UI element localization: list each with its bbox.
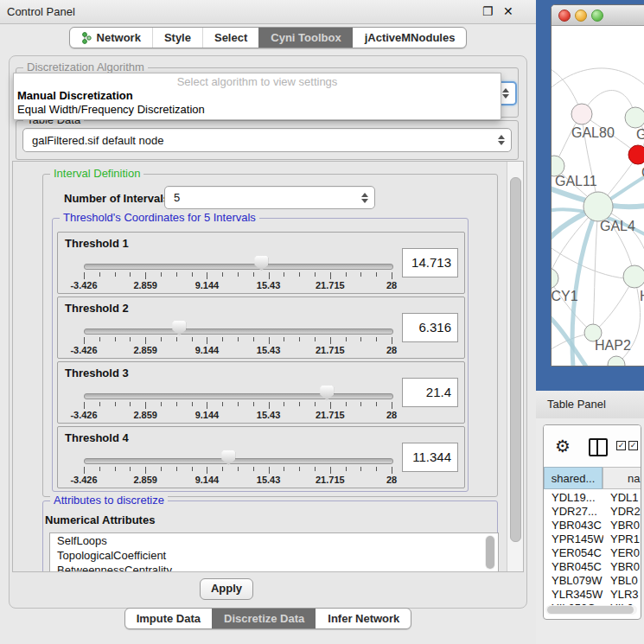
number-of-intervals-combobox[interactable]: 5 <box>164 186 375 209</box>
tab-impute-data[interactable]: Impute Data <box>125 609 212 628</box>
slider-tick <box>269 337 270 344</box>
slider-tick <box>253 337 254 341</box>
apply-button[interactable]: Apply <box>200 578 253 600</box>
slider-tick <box>315 402 316 406</box>
tab-infer-network[interactable]: Infer Network <box>316 609 411 628</box>
bottom-tabbar: Impute DataDiscretize DataInfer Network <box>0 608 536 629</box>
table-panel-titlebar: Table Panel <box>536 391 644 419</box>
table-row[interactable]: YDR27...YDR2 <box>544 505 641 519</box>
slider-tick <box>99 337 100 341</box>
number-of-intervals-value: 5 <box>174 191 180 204</box>
slider-tick <box>315 337 316 341</box>
attribute-list-item[interactable]: SelfLoops <box>50 533 498 548</box>
table-row[interactable]: YBR045CYBR0 <box>544 560 641 574</box>
threshold-value-field[interactable]: 6.316 <box>402 313 458 342</box>
control-panel-titlebar: Control Panel ❐ ✕ <box>0 0 536 24</box>
combo-stepper-icon[interactable] <box>361 193 368 203</box>
threshold-value-field[interactable]: 21.4 <box>402 378 458 407</box>
network-node-red[interactable] <box>628 145 644 164</box>
minimize-traffic-light-icon[interactable] <box>575 10 587 22</box>
network-node-green[interactable] <box>625 107 644 128</box>
slider-tick <box>253 272 254 277</box>
numerical-attributes-list[interactable]: SelfLoopsTopologicalCoefficientBetweenne… <box>49 532 499 572</box>
network-node-green[interactable] <box>583 192 613 221</box>
table-panel-title: Table Panel <box>547 398 606 411</box>
slider-tick <box>84 402 85 409</box>
scrollbar-thumb[interactable] <box>547 606 634 614</box>
slider-track[interactable] <box>84 458 393 464</box>
network-node-label: GAL80 <box>571 125 615 140</box>
tab-network[interactable]: Network <box>70 28 152 48</box>
tab-style[interactable]: Style <box>152 28 202 48</box>
tab-label: Impute Data <box>137 612 201 625</box>
network-node-green[interactable] <box>608 356 625 366</box>
slider-tick <box>330 467 331 474</box>
table-data-value: galFiltered.sif default node <box>32 134 163 147</box>
slider-tick <box>99 402 100 406</box>
threshold-value-field[interactable]: 14.713 <box>402 248 458 277</box>
table-row[interactable]: YBL079WYBL0 <box>544 574 641 588</box>
content-vertical-scrollbar[interactable] <box>507 162 523 571</box>
float-window-icon[interactable]: ❐ <box>482 4 494 18</box>
slider-tick <box>315 467 316 471</box>
tab-discretize-data[interactable]: Discretize Data <box>212 609 316 628</box>
numerical-attributes-label: Numerical Attributes <box>45 513 155 526</box>
table-horizontal-scrollbar[interactable] <box>545 605 637 615</box>
tab-select[interactable]: Select <box>202 28 258 48</box>
slider-tick <box>299 467 300 471</box>
column-header-shared-name[interactable]: shared... <box>544 467 603 489</box>
checkbox-icon[interactable]: ✓ <box>616 441 626 450</box>
scrollbar-thumb[interactable] <box>510 177 521 542</box>
tab-jactivemnodules[interactable]: jActiveMNodules <box>353 28 467 48</box>
table-row[interactable]: YBR043CYBR0 <box>544 519 641 532</box>
slider-tick <box>346 337 347 341</box>
algorithm-dropdown-popup: Select algorithm to view settings Manual… <box>13 73 501 120</box>
column-header-name[interactable]: na <box>603 467 641 489</box>
close-window-icon[interactable]: ✕ <box>503 4 513 18</box>
slider-tick <box>115 272 116 277</box>
slider-track[interactable] <box>84 393 393 399</box>
cell-shared-name: YBL079W <box>544 574 603 588</box>
attribute-list-item[interactable]: BetweennessCentrality <box>50 563 498 572</box>
checkbox-icon[interactable]: ✓ <box>628 441 638 450</box>
network-node-pink[interactable] <box>571 104 592 124</box>
gear-icon[interactable]: ⚙ <box>555 436 571 456</box>
network-view-window: GAL80GACGAL11GAL4GCY1HHAP2 <box>551 4 644 367</box>
close-traffic-light-icon[interactable] <box>558 10 571 22</box>
tab-label: Infer Network <box>328 612 399 625</box>
slider-track[interactable] <box>84 264 393 270</box>
table-data-combobox[interactable]: galFiltered.sif default node <box>22 128 512 152</box>
slider-tick <box>330 272 331 279</box>
popup-option-equal-width[interactable]: Equal Width/Frequency Discretization <box>17 103 205 116</box>
zoom-traffic-light-icon[interactable] <box>591 10 603 22</box>
slider-tick <box>360 402 361 406</box>
threshold-value-field[interactable]: 11.344 <box>402 443 458 472</box>
network-node-label: H <box>640 289 644 303</box>
slider-track[interactable] <box>84 328 393 335</box>
combo-stepper-icon[interactable] <box>498 135 505 145</box>
cell-name: YDL1 <box>603 491 639 505</box>
table-row[interactable]: YDL19...YDL1 <box>544 491 641 505</box>
slider-tick <box>176 337 177 341</box>
tab-cyni-toolbox[interactable]: Cyni Toolbox <box>258 28 352 48</box>
slider-tick <box>284 467 284 471</box>
slider-tick-label: 9.144 <box>183 280 230 290</box>
slider-tick <box>207 402 207 409</box>
threshold-label: Threshold 1 <box>65 237 129 250</box>
slider-tick <box>299 402 300 406</box>
network-node-green[interactable] <box>623 265 644 288</box>
columns-icon[interactable] <box>589 438 608 456</box>
network-canvas[interactable]: GAL80GACGAL11GAL4GCY1HHAP2 <box>552 26 644 366</box>
combo-stepper-icon[interactable] <box>502 88 509 99</box>
slider-tick <box>222 272 223 277</box>
table-row[interactable]: YPR145WYPR1 <box>544 532 641 546</box>
popup-option-manual[interactable]: Manual Discretization <box>17 89 133 102</box>
slider-tick <box>269 467 270 474</box>
slider-tick <box>161 402 162 406</box>
table-row[interactable]: YER054CYER0 <box>544 546 641 560</box>
network-node-green[interactable] <box>552 268 558 289</box>
attribute-list-item[interactable]: TopologicalCoefficient <box>50 548 498 563</box>
table-row[interactable]: YLR345WYLR3 <box>544 588 641 602</box>
attributes-list-scrollbar[interactable] <box>485 535 495 570</box>
slider-tick <box>161 337 162 341</box>
